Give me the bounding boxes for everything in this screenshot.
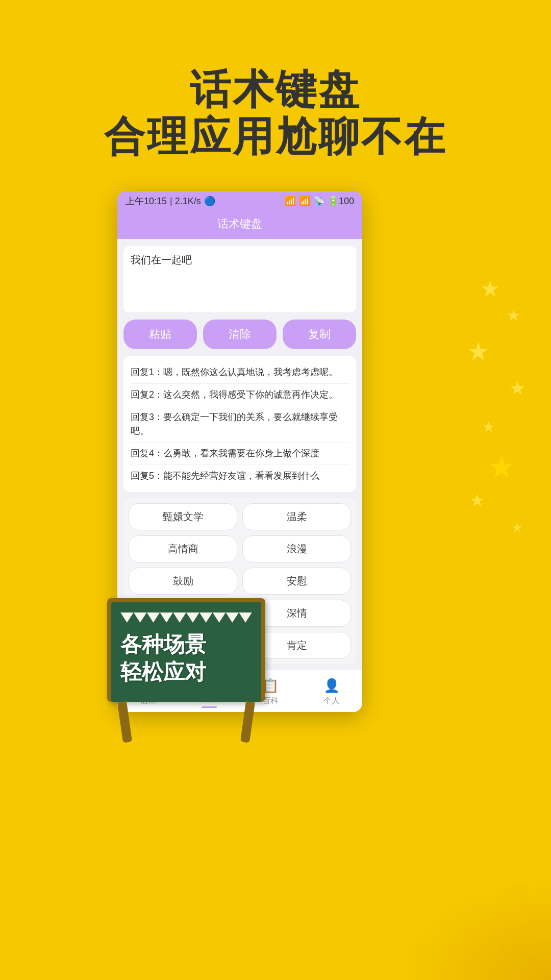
hero-section: 话术键盘 合理应用尬聊不在: [0, 0, 551, 191]
category-btn-0[interactable]: 甄嬛文学: [129, 503, 237, 530]
profile-icon: 👤: [323, 678, 340, 694]
board-leg-left: [117, 701, 132, 743]
board-text: 各种场景 轻松应对: [120, 623, 252, 687]
board-legs: [107, 702, 265, 743]
phone-mockup: 上午10:15 | 2.1K/s 🔵 📶 📶 📡 🔋100 话术键盘 我们在一起…: [117, 191, 362, 712]
text-area-content[interactable]: 我们在一起吧: [131, 253, 349, 267]
paste-button[interactable]: 粘贴: [123, 320, 197, 349]
board-inner: 各种场景 轻松应对: [111, 602, 261, 702]
status-left: 上午10:15 | 2.1K/s 🔵: [126, 195, 215, 207]
category-btn-3[interactable]: 浪漫: [242, 535, 351, 562]
gold-wave-decoration: [398, 878, 551, 980]
star-2: ★: [507, 306, 520, 324]
battery-indicator: 🔋100: [328, 195, 354, 207]
star-4: ★: [509, 378, 525, 399]
star-8: ★: [512, 521, 523, 535]
response-item-3[interactable]: 回复3：要么确定一下我们的关系，要么就继续享受吧。: [131, 406, 349, 443]
star-5: ★: [482, 419, 495, 435]
category-btn-4[interactable]: 鼓励: [129, 568, 237, 595]
chalkboard: 各种场景 轻松应对: [107, 598, 265, 743]
hero-title-line1: 话术键盘 合理应用尬聊不在: [0, 66, 551, 160]
upload-icon: 🔵: [204, 195, 215, 207]
response-item-2[interactable]: 回复2：这么突然，我得感受下你的诚意再作决定。: [131, 384, 349, 406]
nav-item-profile[interactable]: 👤 个人: [323, 678, 340, 706]
clear-button[interactable]: 清除: [203, 320, 277, 349]
category-btn-5[interactable]: 安慰: [242, 568, 351, 595]
signal-icon-2: 📶: [299, 195, 310, 207]
star-3: ★: [467, 337, 490, 366]
category-btn-1[interactable]: 温柔: [242, 503, 351, 530]
response-item-5[interactable]: 回复5：能不能先经营好友谊，看看发展到什么: [131, 465, 349, 487]
status-right: 📶 📶 📡 🔋100: [285, 195, 354, 207]
star-6: ★: [488, 449, 515, 485]
status-speed: | 2.1K/s: [170, 196, 201, 207]
text-area-section[interactable]: 我们在一起吧: [123, 246, 356, 312]
star-7: ★: [469, 490, 485, 510]
star-1: ★: [480, 276, 500, 302]
nav-label-profile: 个人: [323, 696, 340, 706]
board-leg-right: [240, 701, 255, 743]
copy-button[interactable]: 复制: [283, 320, 356, 349]
category-btn-2[interactable]: 高情商: [129, 535, 237, 562]
app-bar: 话术键盘: [117, 211, 362, 239]
board-frame: 各种场景 轻松应对: [107, 598, 265, 702]
signal-icon-1: 📶: [285, 195, 296, 207]
board-decoration: [120, 612, 252, 623]
app-title: 话术键盘: [217, 217, 262, 230]
action-buttons: 粘贴 清除 复制: [117, 320, 362, 356]
response-list: 回复1：嗯，既然你这么认真地说，我考虑考虑呢。 回复2：这么突然，我得感受下你的…: [123, 356, 356, 492]
status-bar: 上午10:15 | 2.1K/s 🔵 📶 📶 📡 🔋100: [117, 191, 362, 211]
wifi-icon: 📡: [313, 195, 324, 207]
status-time: 上午10:15: [126, 195, 167, 207]
response-item-4[interactable]: 回复4：么勇敢，看来我需要在你身上做个深度: [131, 443, 349, 465]
response-item-1[interactable]: 回复1：嗯，既然你这么认真地说，我考虑考虑呢。: [131, 361, 349, 384]
